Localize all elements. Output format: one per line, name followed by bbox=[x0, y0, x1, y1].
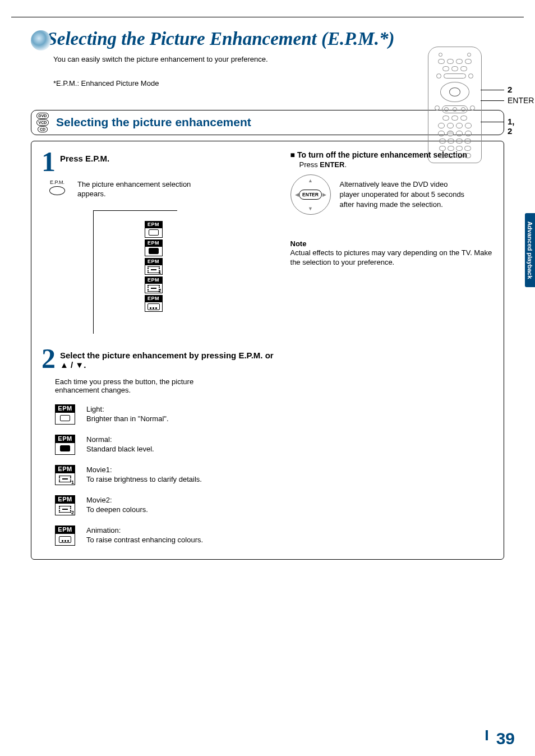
epm-button-label: E.P.M. bbox=[49, 179, 65, 185]
epm-movie1-icon: EPM1 bbox=[55, 465, 75, 485]
epm-movie2-icon: EPM2 bbox=[55, 495, 75, 515]
side-tab-label: Advanced playback bbox=[527, 222, 533, 279]
remote-callout-enter: ENTER bbox=[508, 96, 534, 105]
epm-button-icon: E.P.M. bbox=[49, 179, 65, 195]
mode-movie1-name: Movie1: bbox=[86, 465, 112, 474]
note-heading: Note bbox=[290, 239, 494, 248]
note-body: Actual effects to pictures may vary depe… bbox=[290, 248, 494, 268]
page-number: 39 bbox=[496, 729, 515, 748]
step-1-title: Press E.P.M. bbox=[60, 154, 109, 163]
epm-animation-icon: EPM bbox=[55, 525, 75, 546]
mode-normal-desc: Standard black level. bbox=[86, 445, 154, 453]
mode-movie1-desc: To raise brightness to clarify details. bbox=[86, 475, 202, 483]
osd-preview: EPM EPM EPM1 EPM2 EPM bbox=[93, 210, 177, 334]
step-1-text: The picture enhancement selection appear… bbox=[77, 179, 206, 199]
mode-light-name: Light: bbox=[86, 405, 104, 413]
turn-off-body: Alternatively leave the DVD video player… bbox=[340, 179, 469, 209]
remote-callout-1-2: 1, 2 bbox=[508, 117, 515, 136]
step-1-number: 1 bbox=[41, 150, 56, 173]
step-2-text: Each time you press the button, the pict… bbox=[55, 377, 223, 394]
enter-dpad-icon: ▲▼◀▶ ENTER bbox=[290, 174, 331, 215]
mode-movie2-name: Movie2: bbox=[86, 496, 112, 504]
heading-orb-icon bbox=[31, 30, 51, 50]
step-2-title: Select the picture enhancement by pressi… bbox=[60, 351, 280, 370]
mode-animation-name: Animation: bbox=[86, 526, 121, 534]
mode-animation-desc: To raise contrast enhancing colours. bbox=[86, 536, 203, 544]
page-number-bar-icon bbox=[486, 730, 488, 740]
mode-normal-name: Normal: bbox=[86, 435, 112, 444]
step-2-number: 2 bbox=[41, 347, 56, 370]
side-tab: Advanced playback bbox=[525, 213, 535, 287]
epm-light-icon: EPM bbox=[55, 404, 75, 425]
mode-movie2-desc: To deepen colours. bbox=[86, 505, 148, 514]
remote-diagram: 2 ENTER 1, 2 bbox=[428, 47, 482, 163]
badge-vcd: VCD bbox=[36, 119, 49, 126]
enter-button-label: ENTER bbox=[299, 190, 322, 200]
remote-callout-2: 2 bbox=[508, 85, 512, 94]
page-title: Selecting the Picture Enhancement (E.P.M… bbox=[47, 29, 394, 49]
epm-normal-icon: EPM bbox=[55, 435, 75, 455]
badge-dvd: DVD bbox=[36, 113, 49, 119]
mode-light-desc: Brighter than in "Normal". bbox=[86, 414, 169, 423]
badge-cd: CD bbox=[38, 126, 48, 132]
